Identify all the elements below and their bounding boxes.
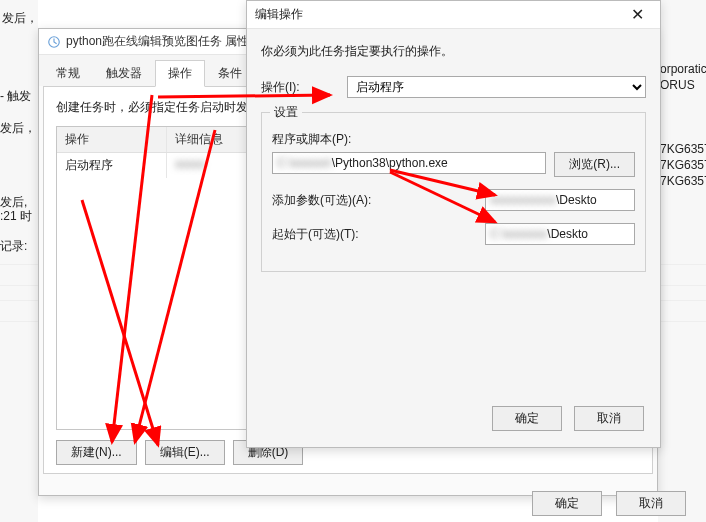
program-path: \Python38\python.exe [332,156,448,170]
blurred-text: xxxxx [175,157,205,171]
program-label: 程序或脚本(P): [272,131,351,148]
frag-text: orporatic [660,62,706,76]
frag-text: 发后， [2,10,38,27]
browse-button[interactable]: 浏览(R)... [554,152,635,177]
tab-triggers[interactable]: 触发器 [93,60,155,86]
blurred-text: C:\xxxxxx\ [277,156,332,170]
frag-text: - 触发 [0,88,31,105]
frag-text: 记录: [0,238,27,255]
dialog-title: 编辑操作 [255,6,303,23]
frag-text: 7KG6357\ [660,174,706,188]
left-fragment: 发后， - 触发 发后， 发后, :21 时 记录: [0,0,38,522]
window-title: python跑在线编辑预览图任务 属性(本 [66,33,265,50]
row-action: 启动程序 [57,153,167,178]
tab-actions[interactable]: 操作 [155,60,205,87]
frag-text: :21 时 [0,208,32,225]
outer-ok-button[interactable]: 确定 [532,491,602,516]
program-input[interactable]: C:\xxxxxx\ \Python38\python.exe [272,152,546,174]
action-row: 操作(I): 启动程序 [261,76,646,98]
outer-cancel-button[interactable]: 取消 [616,491,686,516]
args-tail: \Deskto [556,193,597,207]
close-icon[interactable]: ✕ [622,4,652,26]
right-fragment: orporatic ORUS 7KG6357\ 7KG6357\ 7KG6357… [658,0,706,522]
dialog-buttons: 确定 取消 [261,394,646,439]
group-legend: 设置 [270,104,302,121]
dialog-titlebar: 编辑操作 ✕ [247,1,660,29]
blurred-text: xxxxxxxxxxx [490,193,556,207]
blurred-text: C:\xxxxxxx [490,227,547,241]
task-icon [47,35,61,49]
frag-text: 7KG6357\ [660,142,706,156]
args-input[interactable]: xxxxxxxxxxx \Deskto [485,189,635,211]
outer-dialog-buttons: 确定 取消 [532,491,686,516]
startin-input[interactable]: C:\xxxxxxx \Deskto [485,223,635,245]
cancel-button[interactable]: 取消 [574,406,644,431]
startin-row: 起始于(可选)(T): C:\xxxxxxx \Deskto [272,223,635,245]
args-label: 添加参数(可选)(A): [272,192,382,209]
dialog-note: 你必须为此任务指定要执行的操作。 [261,43,646,60]
tab-general[interactable]: 常规 [43,60,93,86]
frag-text: 7KG6357\ [660,158,706,172]
startin-tail: \Deskto [547,227,588,241]
edit-action-dialog: 编辑操作 ✕ 你必须为此任务指定要执行的操作。 操作(I): 启动程序 设置 程… [246,0,661,448]
action-label: 操作(I): [261,79,339,96]
col-action: 操作 [57,127,167,152]
new-button[interactable]: 新建(N)... [56,440,137,465]
dialog-body: 你必须为此任务指定要执行的操作。 操作(I): 启动程序 设置 程序或脚本(P)… [247,29,660,447]
settings-group: 设置 程序或脚本(P): C:\xxxxxx\ \Python38\python… [261,112,646,272]
ok-button[interactable]: 确定 [492,406,562,431]
edit-button[interactable]: 编辑(E)... [145,440,225,465]
args-row: 添加参数(可选)(A): xxxxxxxxxxx \Deskto [272,189,635,211]
action-select[interactable]: 启动程序 [347,76,646,98]
frag-text: 发后， [0,120,36,137]
startin-label: 起始于(可选)(T): [272,226,382,243]
frag-text: ORUS [660,78,695,92]
